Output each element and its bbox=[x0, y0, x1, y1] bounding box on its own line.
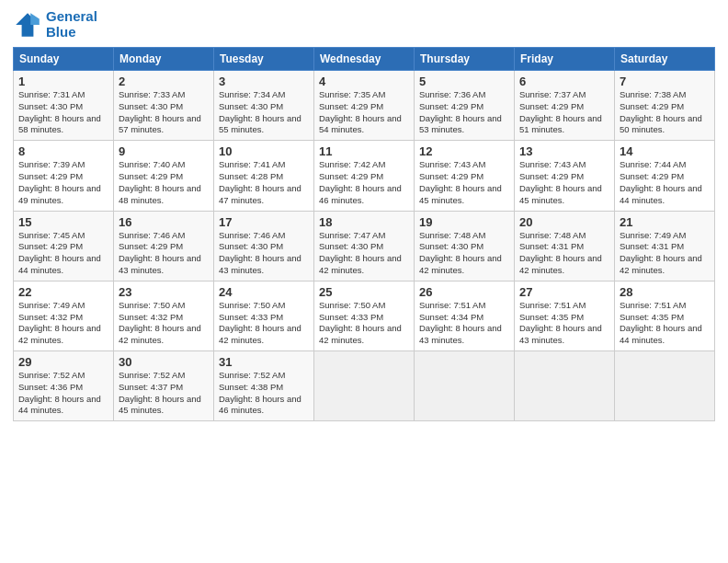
cell-text: Sunrise: 7:38 AMSunset: 4:29 PMDaylight:… bbox=[620, 89, 702, 134]
day-number: 14 bbox=[620, 144, 710, 158]
calendar-cell: 19Sunrise: 7:48 AMSunset: 4:30 PMDayligh… bbox=[415, 211, 515, 281]
day-number: 15 bbox=[18, 215, 108, 229]
day-number: 8 bbox=[18, 144, 108, 158]
cell-text: Sunrise: 7:52 AMSunset: 4:37 PMDaylight:… bbox=[119, 370, 201, 415]
calendar-cell: 28Sunrise: 7:51 AMSunset: 4:35 PMDayligh… bbox=[615, 281, 715, 350]
cell-text: Sunrise: 7:50 AMSunset: 4:32 PMDaylight:… bbox=[119, 300, 201, 345]
calendar-cell: 26Sunrise: 7:51 AMSunset: 4:34 PMDayligh… bbox=[415, 281, 515, 350]
cell-text: Sunrise: 7:41 AMSunset: 4:28 PMDaylight:… bbox=[219, 159, 301, 204]
day-number: 16 bbox=[119, 215, 209, 229]
day-number: 18 bbox=[319, 215, 409, 229]
day-number: 28 bbox=[620, 285, 710, 299]
day-number: 26 bbox=[419, 285, 509, 299]
week-row-4: 22Sunrise: 7:49 AMSunset: 4:32 PMDayligh… bbox=[14, 281, 715, 350]
calendar-cell: 8Sunrise: 7:39 AMSunset: 4:29 PMDaylight… bbox=[14, 141, 114, 211]
calendar-cell: 21Sunrise: 7:49 AMSunset: 4:31 PMDayligh… bbox=[615, 211, 715, 281]
day-number: 12 bbox=[419, 144, 509, 158]
cell-text: Sunrise: 7:46 AMSunset: 4:29 PMDaylight:… bbox=[119, 230, 201, 275]
day-number: 10 bbox=[219, 144, 309, 158]
calendar-cell: 13Sunrise: 7:43 AMSunset: 4:29 PMDayligh… bbox=[515, 141, 615, 211]
cell-text: Sunrise: 7:43 AMSunset: 4:29 PMDaylight:… bbox=[419, 159, 502, 204]
day-number: 2 bbox=[119, 75, 209, 88]
cell-text: Sunrise: 7:37 AMSunset: 4:29 PMDaylight:… bbox=[519, 89, 602, 134]
calendar-cell: 22Sunrise: 7:49 AMSunset: 4:32 PMDayligh… bbox=[14, 281, 114, 350]
calendar-cell bbox=[415, 351, 515, 421]
calendar-cell: 11Sunrise: 7:42 AMSunset: 4:29 PMDayligh… bbox=[314, 141, 415, 211]
cell-text: Sunrise: 7:40 AMSunset: 4:29 PMDaylight:… bbox=[119, 159, 201, 204]
day-number: 31 bbox=[219, 355, 309, 369]
day-number: 25 bbox=[319, 285, 409, 299]
week-row-3: 15Sunrise: 7:45 AMSunset: 4:29 PMDayligh… bbox=[14, 211, 715, 281]
cell-text: Sunrise: 7:36 AMSunset: 4:29 PMDaylight:… bbox=[419, 89, 502, 134]
logo-text: General Blue bbox=[46, 9, 97, 40]
day-number: 4 bbox=[319, 75, 409, 88]
cell-text: Sunrise: 7:51 AMSunset: 4:35 PMDaylight:… bbox=[519, 300, 602, 345]
cell-text: Sunrise: 7:52 AMSunset: 4:36 PMDaylight:… bbox=[18, 370, 101, 415]
day-number: 1 bbox=[18, 75, 108, 88]
col-header-monday: Monday bbox=[114, 48, 214, 71]
calendar-page: General Blue SundayMondayTuesdayWednesda… bbox=[0, 0, 728, 563]
calendar-cell: 15Sunrise: 7:45 AMSunset: 4:29 PMDayligh… bbox=[14, 211, 114, 281]
cell-text: Sunrise: 7:42 AMSunset: 4:29 PMDaylight:… bbox=[319, 159, 402, 204]
col-header-wednesday: Wednesday bbox=[314, 48, 415, 71]
header-row: SundayMondayTuesdayWednesdayThursdayFrid… bbox=[14, 48, 715, 71]
logo: General Blue bbox=[13, 9, 97, 40]
day-number: 7 bbox=[620, 75, 710, 88]
col-header-tuesday: Tuesday bbox=[214, 48, 314, 71]
calendar-cell: 29Sunrise: 7:52 AMSunset: 4:36 PMDayligh… bbox=[14, 351, 114, 421]
week-row-5: 29Sunrise: 7:52 AMSunset: 4:36 PMDayligh… bbox=[14, 351, 715, 421]
day-number: 6 bbox=[519, 75, 609, 88]
calendar-cell: 23Sunrise: 7:50 AMSunset: 4:32 PMDayligh… bbox=[114, 281, 214, 350]
day-number: 5 bbox=[419, 75, 509, 88]
day-number: 27 bbox=[519, 285, 609, 299]
cell-text: Sunrise: 7:49 AMSunset: 4:32 PMDaylight:… bbox=[18, 300, 101, 345]
day-number: 3 bbox=[219, 75, 309, 88]
calendar-cell: 18Sunrise: 7:47 AMSunset: 4:30 PMDayligh… bbox=[314, 211, 415, 281]
cell-text: Sunrise: 7:45 AMSunset: 4:29 PMDaylight:… bbox=[18, 230, 101, 275]
col-header-saturday: Saturday bbox=[615, 48, 715, 71]
calendar-cell: 20Sunrise: 7:48 AMSunset: 4:31 PMDayligh… bbox=[515, 211, 615, 281]
calendar-cell: 24Sunrise: 7:50 AMSunset: 4:33 PMDayligh… bbox=[214, 281, 314, 350]
week-row-2: 8Sunrise: 7:39 AMSunset: 4:29 PMDaylight… bbox=[14, 141, 715, 211]
calendar-cell: 12Sunrise: 7:43 AMSunset: 4:29 PMDayligh… bbox=[415, 141, 515, 211]
cell-text: Sunrise: 7:43 AMSunset: 4:29 PMDaylight:… bbox=[519, 159, 602, 204]
calendar-cell: 1Sunrise: 7:31 AMSunset: 4:30 PMDaylight… bbox=[14, 71, 114, 141]
calendar-cell: 5Sunrise: 7:36 AMSunset: 4:29 PMDaylight… bbox=[415, 71, 515, 141]
day-number: 13 bbox=[519, 144, 609, 158]
col-header-thursday: Thursday bbox=[415, 48, 515, 71]
col-header-sunday: Sunday bbox=[14, 48, 114, 71]
calendar-cell bbox=[515, 351, 615, 421]
cell-text: Sunrise: 7:39 AMSunset: 4:29 PMDaylight:… bbox=[18, 159, 101, 204]
cell-text: Sunrise: 7:50 AMSunset: 4:33 PMDaylight:… bbox=[319, 300, 402, 345]
calendar-cell: 9Sunrise: 7:40 AMSunset: 4:29 PMDaylight… bbox=[114, 141, 214, 211]
cell-text: Sunrise: 7:44 AMSunset: 4:29 PMDaylight:… bbox=[620, 159, 702, 204]
day-number: 30 bbox=[119, 355, 209, 369]
cell-text: Sunrise: 7:51 AMSunset: 4:35 PMDaylight:… bbox=[620, 300, 702, 345]
day-number: 22 bbox=[18, 285, 108, 299]
calendar-cell: 27Sunrise: 7:51 AMSunset: 4:35 PMDayligh… bbox=[515, 281, 615, 350]
cell-text: Sunrise: 7:47 AMSunset: 4:30 PMDaylight:… bbox=[319, 230, 402, 275]
col-header-friday: Friday bbox=[515, 48, 615, 71]
cell-text: Sunrise: 7:31 AMSunset: 4:30 PMDaylight:… bbox=[18, 89, 101, 134]
calendar-cell: 30Sunrise: 7:52 AMSunset: 4:37 PMDayligh… bbox=[114, 351, 214, 421]
day-number: 9 bbox=[119, 144, 209, 158]
day-number: 17 bbox=[219, 215, 309, 229]
calendar-cell: 17Sunrise: 7:46 AMSunset: 4:30 PMDayligh… bbox=[214, 211, 314, 281]
day-number: 20 bbox=[519, 215, 609, 229]
cell-text: Sunrise: 7:33 AMSunset: 4:30 PMDaylight:… bbox=[119, 89, 201, 134]
calendar-cell bbox=[615, 351, 715, 421]
calendar-cell: 10Sunrise: 7:41 AMSunset: 4:28 PMDayligh… bbox=[214, 141, 314, 211]
calendar-cell: 7Sunrise: 7:38 AMSunset: 4:29 PMDaylight… bbox=[615, 71, 715, 141]
logo-icon bbox=[13, 10, 42, 40]
day-number: 11 bbox=[319, 144, 409, 158]
cell-text: Sunrise: 7:46 AMSunset: 4:30 PMDaylight:… bbox=[219, 230, 301, 275]
calendar-table: SundayMondayTuesdayWednesdayThursdayFrid… bbox=[13, 47, 715, 421]
cell-text: Sunrise: 7:49 AMSunset: 4:31 PMDaylight:… bbox=[620, 230, 702, 275]
day-number: 21 bbox=[620, 215, 710, 229]
calendar-cell: 6Sunrise: 7:37 AMSunset: 4:29 PMDaylight… bbox=[515, 71, 615, 141]
cell-text: Sunrise: 7:50 AMSunset: 4:33 PMDaylight:… bbox=[219, 300, 301, 345]
week-row-1: 1Sunrise: 7:31 AMSunset: 4:30 PMDaylight… bbox=[14, 71, 715, 141]
cell-text: Sunrise: 7:48 AMSunset: 4:31 PMDaylight:… bbox=[519, 230, 602, 275]
day-number: 29 bbox=[18, 355, 108, 369]
svg-marker-1 bbox=[30, 13, 40, 25]
